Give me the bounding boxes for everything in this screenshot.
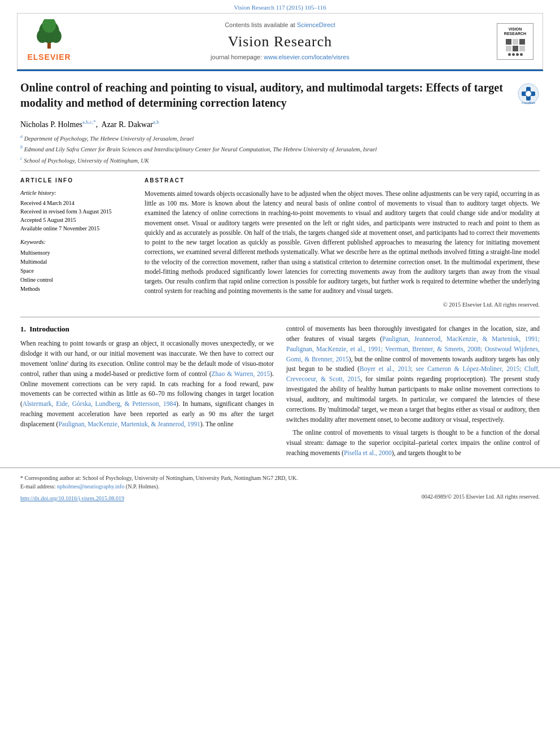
history-label: Article history: bbox=[20, 189, 133, 198]
footer-copyright: 0042-6989/© 2015 Elsevier Ltd. All right… bbox=[422, 493, 540, 501]
vr-dot bbox=[508, 53, 511, 56]
abstract-paragraph: Movements aimed towards objects occasion… bbox=[145, 189, 540, 296]
vr-logo-title: VISIONRESEARCH bbox=[504, 27, 526, 37]
vr-logo-grid bbox=[506, 39, 525, 51]
affiliation-b: b Edmond and Lily Safra Center for Brain… bbox=[20, 144, 540, 154]
vr-logo-dots bbox=[508, 53, 523, 56]
section-1-heading: 1. Introduction bbox=[20, 324, 274, 334]
footer-section: * Corresponding author at: School of Psy… bbox=[0, 468, 560, 509]
email-link[interactable]: npholmes@neuriography.info bbox=[57, 483, 124, 490]
article-info-col: ARTICLE INFO Article history: Received 4… bbox=[20, 177, 133, 309]
ref-zhao-warren[interactable]: Zhao & Warren, 2015 bbox=[212, 370, 270, 377]
copyright-line: © 2015 Elsevier Ltd. All rights reserved… bbox=[145, 301, 540, 309]
author-2-superscript: a,b bbox=[153, 119, 159, 125]
journal-citation-text: Vision Research 117 (2015) 105–116 bbox=[234, 4, 326, 11]
sciencedirect-line: Contents lists available at ScienceDirec… bbox=[72, 21, 488, 29]
vr-grid-cell bbox=[506, 39, 511, 45]
article-history: Article history: Received 4 March 2014 R… bbox=[20, 189, 133, 233]
header-left: ELSEVIER bbox=[27, 19, 72, 63]
body-right-text: control of movements has been thoroughly… bbox=[286, 324, 540, 458]
contents-text: Contents lists available at bbox=[225, 21, 295, 28]
vr-grid-cell bbox=[513, 39, 518, 45]
vr-dot bbox=[520, 53, 523, 56]
history-received: Received 4 March 2014 bbox=[20, 199, 133, 207]
svg-point-8 bbox=[526, 91, 531, 97]
history-available: Available online 7 November 2015 bbox=[20, 224, 133, 233]
vr-dot bbox=[512, 53, 515, 56]
elsevier-logo: ELSEVIER bbox=[27, 19, 72, 63]
ref-paulignan-et-al[interactable]: Paulignan, Jeannerod, MacKenzie, & Marte… bbox=[286, 335, 540, 362]
article-title: Online control of reaching and pointing … bbox=[20, 80, 511, 111]
header-center: Contents lists available at ScienceDirec… bbox=[72, 21, 488, 62]
author-1-name: Nicholas P. Holmes bbox=[20, 120, 82, 129]
homepage-label: journal homepage: bbox=[211, 54, 262, 60]
keyword-multimodal: Multimodal bbox=[20, 257, 133, 267]
article-info-abstract-row: ARTICLE INFO Article history: Received 4… bbox=[20, 177, 540, 309]
affiliation-c: c School of Psychology, University of No… bbox=[20, 155, 540, 165]
article-content: Online control of reaching and pointing … bbox=[0, 71, 560, 309]
ref-paulignan-1991[interactable]: Paulignan, MacKenzie, Marteniuk, & Jeann… bbox=[58, 421, 200, 427]
body-right-col: control of movements has been thoroughly… bbox=[286, 324, 540, 462]
affiliation-a: a Department of Psychology, The Hebrew U… bbox=[20, 133, 540, 143]
title-row: Online control of reaching and pointing … bbox=[20, 80, 540, 119]
ref-alstermark[interactable]: Alstermark, Eide, Górska, Lundberg, & Pe… bbox=[23, 400, 176, 407]
doi-link[interactable]: http://dx.doi.org/10.1016/j.visres.2015.… bbox=[20, 495, 124, 501]
footer-doi: http://dx.doi.org/10.1016/j.visres.2015.… bbox=[20, 493, 422, 503]
keyword-methods: Methods bbox=[20, 285, 133, 294]
abstract-col: ABSTRACT Movements aimed towards objects… bbox=[145, 177, 540, 309]
journal-citation-bar: Vision Research 117 (2015) 105–116 bbox=[0, 0, 560, 13]
keywords-label: Keywords: bbox=[20, 238, 133, 247]
vr-grid-cell bbox=[506, 46, 511, 51]
vr-dot bbox=[516, 53, 519, 56]
affiliations: a Department of Psychology, The Hebrew U… bbox=[20, 133, 540, 165]
crossmark-icon: CrossMark bbox=[517, 82, 540, 105]
svg-text:CrossMark: CrossMark bbox=[522, 101, 536, 104]
body-two-col: 1. Introduction When reaching to point t… bbox=[20, 324, 540, 462]
body-para-2: control of movements has been thoroughly… bbox=[286, 324, 540, 425]
page-wrapper: Vision Research 117 (2015) 105–116 ELSEV… bbox=[0, 0, 560, 509]
keyword-multisensory: Multisensory bbox=[20, 248, 133, 257]
corresponding-author-note: * Corresponding author at: School of Psy… bbox=[20, 474, 540, 482]
header-section: ELSEVIER Contents lists available at Sci… bbox=[17, 13, 543, 69]
body-left-text: When reaching to point towards or grasp … bbox=[20, 339, 274, 429]
section-1-title: Introduction bbox=[29, 325, 69, 333]
vision-research-logo: VISIONRESEARCH bbox=[497, 23, 533, 60]
body-section: 1. Introduction When reaching to point t… bbox=[0, 317, 560, 462]
vr-grid-cell bbox=[519, 46, 525, 51]
ref-pisella-2000[interactable]: Pisella et al., 2000 bbox=[344, 449, 392, 456]
header-right: VISIONRESEARCH bbox=[488, 23, 533, 60]
abstract-header: ABSTRACT bbox=[145, 177, 540, 185]
history-revised: Received in revised form 3 August 2015 bbox=[20, 207, 133, 216]
journal-title-main: Vision Research bbox=[72, 32, 488, 52]
body-rule bbox=[20, 317, 540, 317]
ref-boyer-2013[interactable]: Boyer et al., 2013; see Cameron & López-… bbox=[286, 365, 540, 382]
vr-grid-cell bbox=[513, 46, 518, 51]
body-left-col: 1. Introduction When reaching to point t… bbox=[20, 324, 274, 462]
elsevier-tree-icon bbox=[32, 19, 66, 50]
keyword-online-control: Online control bbox=[20, 276, 133, 285]
email-note: E-mail address: npholmes@neuriography.in… bbox=[20, 482, 540, 491]
elsevier-brand: ELSEVIER bbox=[27, 52, 71, 63]
keywords-section: Keywords: Multisensory Multimodal Space … bbox=[20, 238, 133, 294]
author-1-superscript: a,b,c,* bbox=[82, 119, 96, 125]
homepage-url[interactable]: www.elsevier.com/locate/visres bbox=[264, 54, 349, 60]
homepage-line: journal homepage: www.elsevier.com/locat… bbox=[72, 53, 488, 62]
section-rule-1 bbox=[20, 171, 540, 171]
history-accepted: Accepted 5 August 2015 bbox=[20, 216, 133, 224]
abstract-text: Movements aimed towards objects occasion… bbox=[145, 189, 540, 296]
body-para-3: The online control of movements to visua… bbox=[286, 428, 540, 458]
vr-grid-cell bbox=[519, 39, 525, 45]
article-info-header: ARTICLE INFO bbox=[20, 177, 133, 185]
section-1-number: 1. bbox=[20, 325, 26, 333]
keyword-space: Space bbox=[20, 267, 133, 276]
footer-bottom: http://dx.doi.org/10.1016/j.visres.2015.… bbox=[20, 493, 540, 503]
authors-line: Nicholas P. Holmesa,b,c,*, Azar R. Dakwa… bbox=[20, 119, 540, 130]
sciencedirect-link[interactable]: ScienceDirect bbox=[297, 21, 335, 28]
author-2-name: Azar R. Dakwar bbox=[102, 120, 153, 129]
body-para-1: When reaching to point towards or grasp … bbox=[20, 339, 274, 429]
